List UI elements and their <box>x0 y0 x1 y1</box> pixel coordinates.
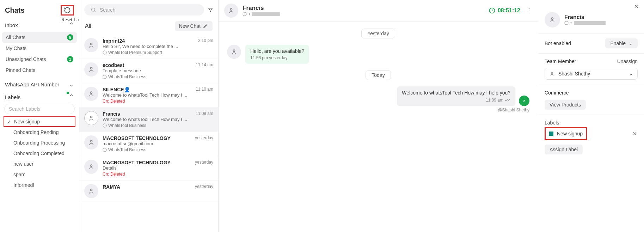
api-number-label: WhatsApp API Number <box>5 81 59 87</box>
filter-all[interactable]: All <box>85 23 91 29</box>
chat-tag: WhatsTool Business <box>103 74 191 79</box>
label-item[interactable]: Onboarding Processing <box>4 138 75 148</box>
contact-name: Francis <box>564 14 606 20</box>
avatar <box>84 135 98 149</box>
clock-icon <box>489 7 496 14</box>
person-icon <box>88 139 95 146</box>
new-chat-button[interactable]: New Chat <box>175 21 213 31</box>
message-text: Hello, are you available? <box>250 48 304 54</box>
filter-icon <box>208 7 213 13</box>
search-input[interactable]: Search <box>84 4 204 16</box>
person-icon <box>88 42 95 49</box>
chat-time: 2:10 pm <box>198 38 213 55</box>
label-chip[interactable]: New signup <box>545 127 587 140</box>
chat-row[interactable]: FrancisWelcome to whatsTool Tech How may… <box>79 108 218 132</box>
chevron-down-icon: ⌄ <box>69 80 74 88</box>
filter-button[interactable] <box>208 7 213 13</box>
view-products-button[interactable]: View Products <box>545 100 586 110</box>
person-icon <box>88 188 95 195</box>
person-icon <box>231 48 238 55</box>
svg-point-11 <box>91 189 92 191</box>
chat-row[interactable]: Imprint24Hello Sir, We need to complete … <box>79 35 218 59</box>
sidebar-item-pinned[interactable]: Pinned Chats <box>2 65 77 75</box>
avatar <box>545 12 560 28</box>
chat-name: MACROSOFT TECHNOLOGY <box>103 135 191 141</box>
reset-label-filter-button[interactable] <box>61 5 74 16</box>
sidebar-item-all-chats[interactable]: All Chats 5 <box>2 32 77 43</box>
team-member-select[interactable]: Shashi Shethy ⌄ <box>545 68 638 80</box>
timer-value: 08:51:12 <box>498 7 520 14</box>
message-timestamp: 11:56 pm yesterday <box>250 55 304 60</box>
chat-preview: Template message <box>103 68 191 73</box>
chat-tag: Cn: Deleted <box>103 172 191 177</box>
new-chat-label: New Chat <box>179 23 201 29</box>
chat-name: Imprint24 <box>103 38 194 44</box>
labels-indicator-dot <box>67 92 69 94</box>
message-timestamp: 11:09 am <box>486 98 503 103</box>
label-item[interactable]: Informed! <box>4 180 75 190</box>
label-item[interactable]: new user <box>4 159 75 169</box>
chat-row[interactable]: SILENCE👤Welcome to whatsTool Tech How ma… <box>79 83 218 108</box>
whatsapp-icon <box>103 75 107 79</box>
chat-preview: Details <box>103 165 191 171</box>
phone-redacted <box>252 12 280 16</box>
chat-time: yesterday <box>195 135 213 152</box>
person-icon <box>228 7 235 14</box>
svg-point-4 <box>103 75 106 79</box>
day-separator: Today <box>366 70 391 80</box>
label-color-swatch <box>549 132 553 136</box>
svg-point-9 <box>103 148 106 152</box>
outbound-message[interactable]: Welcome to whatsTool Tech How may I help… <box>397 86 515 106</box>
conversation-column: Francis + 08:51:12 ⋮ Yesterday Hello, <box>219 0 538 232</box>
bot-action-label: Enable <box>610 41 626 46</box>
svg-point-17 <box>565 21 568 25</box>
sidebar-item-my-chats[interactable]: My Chats <box>2 43 77 54</box>
sender-avatar <box>519 96 529 106</box>
avatar <box>84 184 98 198</box>
chat-time: yesterday <box>195 160 213 177</box>
more-button[interactable]: ⋮ <box>526 7 532 14</box>
chat-name: ecodbest <box>103 62 191 68</box>
sidebar-item-label: Unassigned Chats <box>6 56 46 62</box>
team-member-name: Shashi Shethy <box>558 71 590 77</box>
svg-point-5 <box>91 92 92 93</box>
chat-time: 11:10 am <box>196 87 213 104</box>
assign-label-button[interactable]: Assign Label <box>545 145 583 154</box>
reset-tooltip: Reset Label Filter <box>61 17 79 23</box>
svg-point-6 <box>91 116 92 118</box>
bot-enable-select[interactable]: Enable ⌄ <box>605 38 638 48</box>
label-item[interactable]: Onboarding Completed <box>4 148 75 159</box>
bot-label: Bot enabled <box>545 41 571 46</box>
avatar <box>84 62 98 77</box>
labels-search-input[interactable]: Search Labels <box>4 104 75 114</box>
svg-point-13 <box>243 12 246 16</box>
remove-label-button[interactable] <box>632 131 638 136</box>
chat-row[interactable]: MACROSOFT TECHNOLOGYmacrosoftsrj@gmail.c… <box>79 132 218 156</box>
chat-row[interactable]: RAMYAyesterday <box>79 181 218 202</box>
chat-row[interactable]: ecodbestTemplate messageWhatsTool Busine… <box>79 59 218 83</box>
chat-name: RAMYA <box>103 184 191 190</box>
count-badge: 5 <box>67 34 73 41</box>
person-icon <box>549 71 555 77</box>
chat-tag: WhatsTool Premium Support <box>103 50 194 55</box>
whatsapp-icon <box>103 50 107 55</box>
labels-header[interactable]: Labels ⌃ <box>0 90 79 102</box>
person-icon <box>549 16 556 23</box>
chat-row[interactable]: MACROSOFT TECHNOLOGYDetailsCn: Deletedye… <box>79 156 218 181</box>
sidebar-item-unassigned[interactable]: Unassigned Chats 1 <box>2 54 77 65</box>
label-item[interactable]: spam <box>4 169 75 180</box>
label-item[interactable]: Onboarding Pending <box>4 127 75 138</box>
svg-point-7 <box>103 124 106 127</box>
inbound-message[interactable]: Hello, are you available? 11:56 pm yeste… <box>245 45 309 64</box>
avatar <box>84 38 98 52</box>
svg-point-3 <box>91 67 92 69</box>
avatar <box>227 45 241 59</box>
api-number-header[interactable]: WhatsApp API Number ⌄ <box>0 77 79 90</box>
contact-name: Francis <box>243 5 280 12</box>
close-button[interactable] <box>633 4 639 9</box>
chat-tag: WhatsTool Business <box>103 123 191 128</box>
contact-phone: + <box>564 20 606 25</box>
chat-preview: Welcome to whatsTool Tech How may I ... <box>103 92 191 98</box>
unassign-button[interactable]: Unassign <box>617 59 638 64</box>
label-item-new-signup[interactable]: ✓ New signup <box>4 116 75 127</box>
